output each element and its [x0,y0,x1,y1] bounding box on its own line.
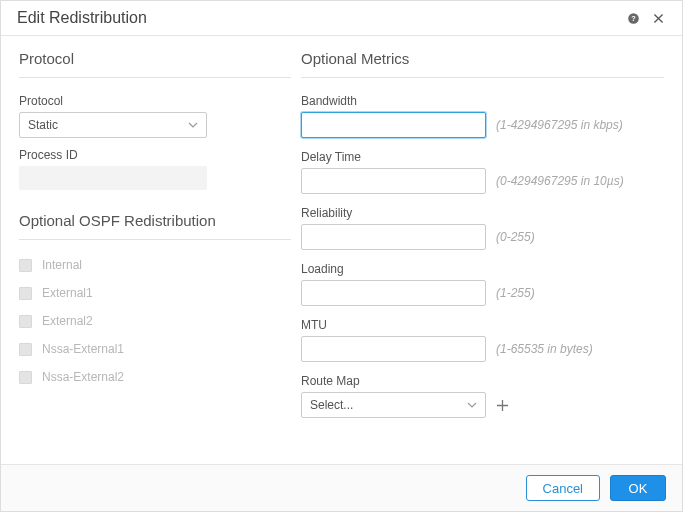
protocol-section-title: Protocol [19,50,291,67]
dialog-footer: Cancel OK [1,464,682,511]
bandwidth-input[interactable] [301,112,486,138]
reliability-input[interactable] [301,224,486,250]
mtu-label: MTU [301,318,664,332]
mtu-field: MTU (1-65535 in bytes) [301,318,664,362]
dialog-body: Protocol Protocol Static Process ID Opti… [1,36,682,464]
add-routemap-icon[interactable] [496,399,509,412]
ospf-check-list: Internal External1 External2 Nssa-Extern… [19,258,291,384]
loading-input[interactable] [301,280,486,306]
bandwidth-field: Bandwidth (1-4294967295 in kbps) [301,94,664,138]
mtu-hint: (1-65535 in bytes) [496,342,593,356]
header-icons: ? [626,11,666,26]
check-item-external2: External2 [19,314,291,328]
check-item-nssa2: Nssa-External2 [19,370,291,384]
loading-hint: (1-255) [496,286,535,300]
check-item-external1: External1 [19,286,291,300]
metrics-section-title: Optional Metrics [301,50,664,67]
right-column: Optional Metrics Bandwidth (1-4294967295… [301,50,664,454]
routemap-select[interactable]: Select... [301,392,486,418]
process-id-field [19,166,207,190]
check-label: External1 [42,286,93,300]
process-id-label: Process ID [19,148,291,162]
loading-label: Loading [301,262,664,276]
svg-text:?: ? [631,13,636,22]
reliability-field: Reliability (0-255) [301,206,664,250]
close-icon[interactable] [651,11,666,26]
checkbox-nssa-external1[interactable] [19,343,32,356]
metrics-section-rule [301,77,664,78]
check-label: Nssa-External1 [42,342,124,356]
edit-redistribution-dialog: Edit Redistribution ? Protocol Protocol … [0,0,683,512]
protocol-section-rule [19,77,291,78]
chevron-down-icon [467,400,477,410]
help-icon[interactable]: ? [626,11,641,26]
delay-hint: (0-4294967295 in 10µs) [496,174,624,188]
checkbox-external1[interactable] [19,287,32,300]
delay-input[interactable] [301,168,486,194]
check-item-nssa1: Nssa-External1 [19,342,291,356]
mtu-input[interactable] [301,336,486,362]
bandwidth-hint: (1-4294967295 in kbps) [496,118,623,132]
checkbox-nssa-external2[interactable] [19,371,32,384]
routemap-label: Route Map [301,374,664,388]
checkbox-external2[interactable] [19,315,32,328]
reliability-label: Reliability [301,206,664,220]
checkbox-internal[interactable] [19,259,32,272]
chevron-down-icon [188,120,198,130]
dialog-header: Edit Redistribution ? [1,1,682,36]
bandwidth-label: Bandwidth [301,94,664,108]
protocol-value: Static [28,118,58,132]
delay-field: Delay Time (0-4294967295 in 10µs) [301,150,664,194]
ok-button[interactable]: OK [610,475,666,501]
dialog-title: Edit Redistribution [17,9,147,27]
check-item-internal: Internal [19,258,291,272]
left-column: Protocol Protocol Static Process ID Opti… [19,50,291,454]
ospf-section-rule [19,239,291,240]
check-label: Nssa-External2 [42,370,124,384]
routemap-value: Select... [310,398,353,412]
routemap-field: Route Map Select... [301,374,664,418]
ospf-section-title: Optional OSPF Redistribution [19,212,291,229]
protocol-label: Protocol [19,94,291,108]
cancel-button[interactable]: Cancel [526,475,600,501]
protocol-select[interactable]: Static [19,112,207,138]
check-label: External2 [42,314,93,328]
loading-field: Loading (1-255) [301,262,664,306]
reliability-hint: (0-255) [496,230,535,244]
delay-label: Delay Time [301,150,664,164]
check-label: Internal [42,258,82,272]
